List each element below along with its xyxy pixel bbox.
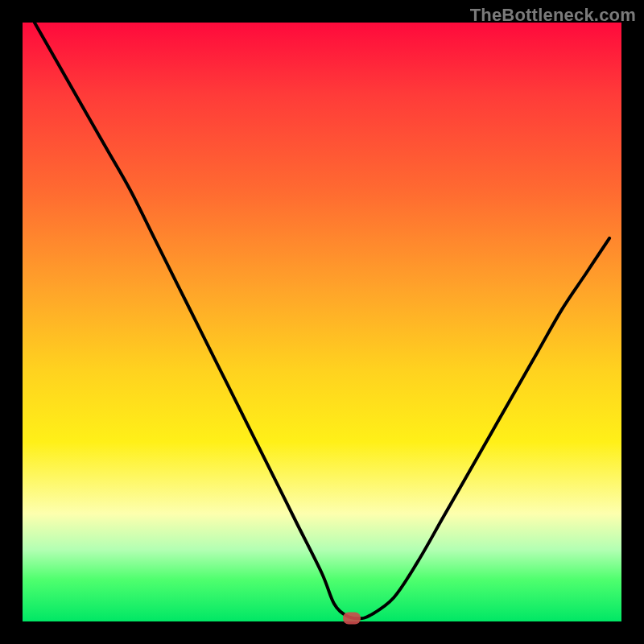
- plot-area: [23, 23, 621, 621]
- chart-frame: TheBottleneck.com: [0, 0, 644, 644]
- bottleneck-curve: [23, 23, 621, 621]
- optimal-point-marker: [343, 613, 361, 625]
